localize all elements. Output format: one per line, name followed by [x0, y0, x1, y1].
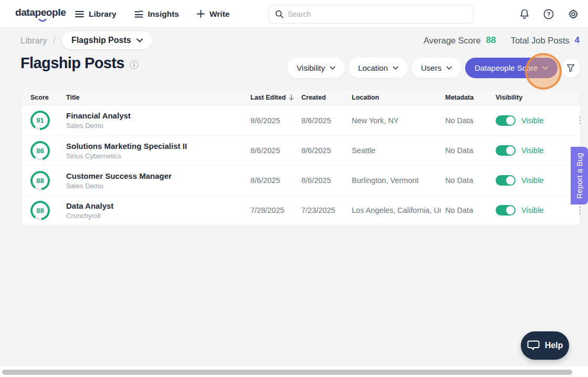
table-row[interactable]: 88 Customer Success Manager Sales Demo 8… — [22, 165, 580, 195]
column-header-visibility[interactable]: Visibility — [496, 94, 569, 101]
chevron-down-icon — [446, 66, 452, 70]
column-header-metadata[interactable]: Metadata — [445, 94, 496, 101]
last-edited-cell: 7/28/2025 — [250, 206, 301, 214]
help-menu-button[interactable]: ? — [543, 9, 554, 19]
notifications-button[interactable] — [520, 9, 529, 19]
job-title[interactable]: Solutions Marketing Specialist II — [66, 142, 250, 150]
visibility-cell: Visible — [496, 115, 569, 126]
title-cell[interactable]: Customer Success Manager Sales Demo — [66, 171, 250, 190]
app-window: datapeople Library Insights Write — [0, 0, 588, 377]
visibility-toggle[interactable] — [496, 175, 516, 186]
global-search[interactable] — [268, 5, 474, 24]
table-body: 91 Financial Analyst Sales Demo 8/6/2025… — [22, 105, 580, 225]
toggle-knob — [506, 116, 514, 125]
filter-location[interactable]: Location — [349, 58, 408, 78]
score-cell: 88 — [22, 171, 66, 190]
company-name: Sales Demo — [66, 122, 250, 130]
column-header-last-edited-label: Last Edited — [250, 94, 286, 101]
score-ring: 86 — [30, 141, 50, 160]
title-cell[interactable]: Financial Analyst Sales Demo — [66, 111, 250, 130]
row-menu-button[interactable] — [576, 203, 581, 218]
visibility-label: Visible — [521, 116, 543, 125]
score-ring: 91 — [30, 111, 50, 130]
chat-bubble-icon — [527, 340, 540, 351]
page-header: Flagship Posts — [20, 55, 139, 72]
filter-location-label: Location — [358, 63, 388, 72]
table-row[interactable]: 86 Solutions Marketing Specialist II Sir… — [22, 135, 580, 165]
table-row[interactable]: 88 Data Analyst Crunchyroll 7/28/2025 7/… — [22, 195, 580, 225]
job-title[interactable]: Financial Analyst — [66, 111, 250, 120]
datapeople-logo[interactable]: datapeople — [15, 7, 66, 18]
scrollbar-thumb[interactable] — [2, 370, 572, 375]
nav-item-label: Library — [89, 9, 117, 19]
chevron-down-icon — [542, 66, 548, 70]
location-cell: Burlington, Vermont — [352, 176, 441, 185]
last-edited-cell: 8/6/2025 — [250, 146, 301, 155]
visibility-cell: Visible — [496, 175, 569, 186]
help-button[interactable]: Help — [521, 331, 569, 360]
nav-item-label: Insights — [148, 9, 179, 19]
job-title[interactable]: Data Analyst — [66, 201, 250, 210]
toggle-knob — [506, 206, 514, 214]
score-cell: 91 — [22, 111, 66, 130]
visibility-toggle[interactable] — [496, 115, 516, 126]
filter-users[interactable]: Users — [412, 58, 461, 78]
filter-datapeople-score-label: Datapeople Score — [475, 63, 538, 72]
search-input[interactable] — [288, 10, 467, 18]
visibility-cell: Visible — [496, 145, 569, 156]
score-cell: 88 — [22, 201, 66, 220]
column-header-location[interactable]: Location — [352, 94, 445, 101]
search-icon — [275, 10, 284, 18]
filter-visibility[interactable]: Visibility — [287, 58, 345, 78]
job-title[interactable]: Customer Success Manager — [66, 171, 250, 180]
column-header-title[interactable]: Title — [66, 94, 250, 101]
chevron-down-icon — [136, 38, 143, 42]
breadcrumb: Library / Flagship Posts — [20, 31, 152, 49]
visibility-toggle[interactable] — [496, 205, 516, 216]
nav-right-actions: ? — [520, 0, 579, 28]
score-value: 91 — [33, 113, 48, 128]
score-cell: 86 — [22, 141, 66, 160]
total-job-posts-stat: Total Job Posts 4 — [511, 35, 580, 46]
score-value: 88 — [33, 173, 48, 188]
filter-users-label: Users — [421, 63, 442, 72]
score-value: 88 — [33, 203, 48, 218]
breadcrumb-library-link[interactable]: Library — [20, 36, 47, 46]
top-nav: datapeople Library Insights Write — [0, 0, 588, 28]
filter-datapeople-score[interactable]: Datapeople Score — [465, 58, 558, 78]
metadata-cell: No Data — [445, 206, 496, 214]
visibility-toggle[interactable] — [496, 145, 516, 156]
title-cell[interactable]: Data Analyst Crunchyroll — [66, 201, 250, 220]
nav-item-write[interactable]: Write — [197, 9, 229, 19]
visibility-label: Visible — [521, 206, 543, 214]
row-menu-button[interactable] — [576, 113, 581, 128]
collection-selector[interactable]: Flagship Posts — [62, 31, 152, 49]
average-score-value: 88 — [486, 35, 496, 46]
nav-item-insights[interactable]: Insights — [134, 9, 179, 19]
last-edited-cell: 8/6/2025 — [250, 116, 301, 125]
filter-bar: Visibility Location Users Datapeople Sco… — [287, 58, 580, 78]
menu-icon — [75, 10, 84, 18]
nav-item-library[interactable]: Library — [75, 9, 117, 19]
score-value: 86 — [33, 143, 48, 158]
title-cell[interactable]: Solutions Marketing Specialist II Sirius… — [66, 142, 250, 160]
logo-text: datapeople — [15, 7, 66, 18]
visibility-label: Visible — [521, 146, 543, 155]
horizontal-scrollbar — [0, 365, 588, 377]
total-job-posts-value: 4 — [575, 35, 580, 46]
average-score-label: Average Score — [424, 36, 481, 46]
settings-button[interactable] — [568, 9, 579, 19]
chevron-down-icon — [330, 66, 335, 70]
created-cell: 8/6/2025 — [301, 116, 352, 125]
info-icon[interactable] — [130, 60, 139, 69]
column-header-score[interactable]: Score — [22, 94, 66, 101]
column-header-last-edited[interactable]: Last Edited — [250, 94, 301, 101]
page-title: Flagship Posts — [20, 55, 124, 72]
column-header-created[interactable]: Created — [301, 94, 352, 101]
insights-icon — [134, 10, 143, 18]
summary-stats: Average Score 88 Total Job Posts 4 — [424, 35, 580, 46]
advanced-filters-button[interactable] — [561, 59, 580, 78]
table-header-row: Score Title Last Edited Created Location… — [22, 90, 580, 105]
table-row[interactable]: 91 Financial Analyst Sales Demo 8/6/2025… — [22, 105, 580, 135]
report-a-bug-tab[interactable]: Report a Bug — [571, 147, 588, 204]
